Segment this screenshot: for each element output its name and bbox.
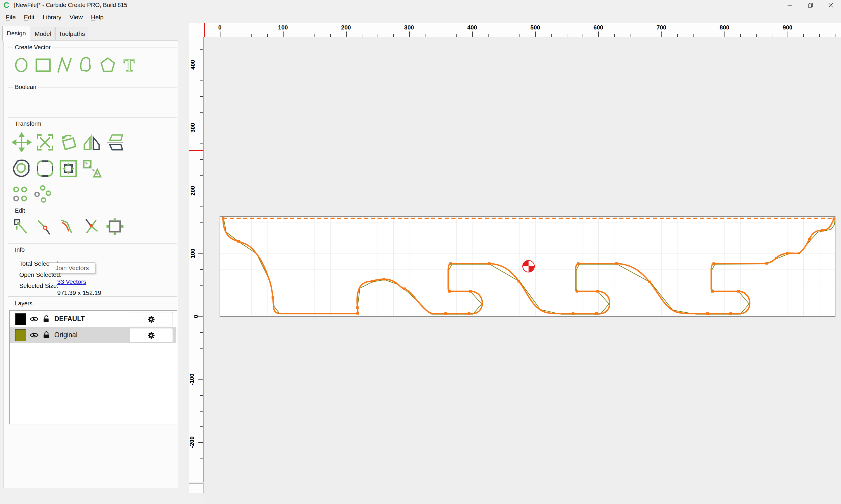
v-ruler-tick — [200, 96, 203, 97]
h-ruler-tick — [409, 32, 410, 37]
layer-row-original[interactable]: Original — [10, 327, 176, 343]
create-polygon-button[interactable] — [99, 55, 117, 75]
vector-node[interactable] — [272, 296, 274, 299]
h-ruler-tick — [772, 34, 772, 37]
menu-item-file[interactable]: File — [2, 14, 20, 21]
node-edit-button[interactable] — [13, 218, 30, 236]
vector-node[interactable] — [444, 312, 447, 315]
layer-color-swatch[interactable] — [15, 329, 26, 341]
layer-color-swatch[interactable] — [15, 313, 26, 325]
vector-node[interactable] — [371, 280, 373, 283]
tab-toolpaths[interactable]: Toolpaths — [55, 27, 88, 41]
h-ruler-tick — [362, 34, 362, 37]
vector-node[interactable] — [786, 252, 788, 255]
close-icon — [827, 2, 834, 8]
vector-node[interactable] — [648, 281, 651, 283]
trim-vectors-button[interactable] — [36, 218, 54, 236]
vector-node[interactable] — [596, 290, 599, 292]
layer-visibility-toggle[interactable] — [29, 331, 39, 341]
menu-item-library[interactable]: Library — [38, 14, 65, 21]
close-button[interactable] — [821, 0, 841, 11]
tab-model[interactable]: Model — [31, 27, 55, 41]
layer-settings-button[interactable] — [130, 328, 173, 342]
menu-item-edit[interactable]: Edit — [20, 14, 38, 21]
vector-node[interactable] — [808, 238, 811, 240]
vector-node[interactable] — [766, 262, 768, 265]
create-circle-button[interactable] — [12, 55, 30, 75]
vector-node[interactable] — [833, 218, 835, 220]
trim-shapes-button[interactable] — [82, 159, 102, 179]
menu-item-help[interactable]: Help — [87, 14, 107, 21]
move-button[interactable] — [12, 132, 32, 152]
h-ruler-tick — [756, 34, 757, 37]
create-vector-label: Create Vector — [13, 44, 53, 51]
layer-lock-toggle[interactable] — [42, 330, 51, 342]
create-polyline-button[interactable] — [55, 55, 73, 75]
vector-node[interactable] — [737, 290, 740, 292]
vector-node[interactable] — [730, 312, 732, 315]
tab-design[interactable]: Design — [2, 26, 30, 41]
distribute-button[interactable] — [33, 185, 51, 203]
vector-node[interactable] — [356, 306, 359, 309]
h-ruler-tick — [236, 34, 236, 37]
create-text-button[interactable]: T — [120, 55, 138, 75]
round-corners-icon — [35, 159, 55, 179]
join-vectors-icon — [83, 218, 101, 236]
vector-node[interactable] — [469, 290, 471, 292]
resize-selection-button[interactable] — [106, 218, 124, 236]
round-corners-button[interactable] — [35, 159, 55, 179]
vector-node[interactable] — [448, 290, 451, 292]
vector-node[interactable] — [468, 312, 470, 315]
layer-row-default[interactable]: DEFAULT — [10, 311, 176, 327]
create-curve-button[interactable] — [77, 55, 95, 75]
vector-node[interactable] — [577, 262, 579, 265]
vector-node[interactable] — [615, 262, 618, 265]
vector-node[interactable] — [403, 288, 406, 290]
vector-node[interactable] — [222, 217, 224, 220]
menu-item-view[interactable]: View — [65, 14, 87, 21]
vector-node[interactable] — [576, 290, 578, 292]
transform-group: Transform — [8, 124, 177, 205]
horizontal-ruler-indicator — [204, 23, 205, 37]
layer-lock-toggle[interactable] — [42, 314, 51, 325]
rotate-icon — [58, 132, 78, 152]
scale-button[interactable] — [35, 132, 55, 152]
layer-settings-button[interactable] — [130, 312, 173, 326]
minimize-button[interactable] — [780, 0, 800, 11]
vector-node[interactable] — [488, 262, 491, 265]
h-ruler-tick — [583, 34, 583, 37]
join-vectors-button[interactable] — [83, 218, 101, 236]
vector-node[interactable] — [237, 240, 240, 243]
inset-button[interactable] — [58, 159, 78, 179]
menu-bar: FileEditLibraryViewHelp — [0, 11, 841, 24]
lock-open-icon — [42, 314, 51, 324]
vector-node[interactable] — [517, 280, 520, 283]
vector-node[interactable] — [572, 312, 574, 315]
vector-node[interactable] — [449, 262, 452, 265]
flip-button[interactable] — [105, 132, 125, 152]
align-button[interactable] — [12, 185, 30, 203]
h-ruler-tick — [803, 34, 804, 37]
curve-fit-button[interactable] — [59, 218, 77, 236]
rotate-button[interactable] — [58, 132, 78, 152]
vector-node[interactable] — [706, 312, 709, 315]
vector-node[interactable] — [595, 312, 598, 315]
vector-node[interactable] — [713, 262, 715, 265]
vector-node[interactable] — [775, 257, 778, 259]
offset-button[interactable] — [12, 159, 32, 179]
trim-vectors-icon — [36, 218, 54, 236]
v-ruler-tick — [200, 427, 203, 427]
v-ruler-tick — [198, 253, 203, 254]
mirror-button[interactable] — [82, 132, 102, 152]
vector-node[interactable] — [821, 229, 823, 232]
create-rectangle-button[interactable] — [34, 55, 52, 75]
vector-node[interactable] — [382, 278, 385, 281]
vector-node[interactable] — [357, 312, 359, 315]
canvas-svg — [204, 37, 841, 504]
restore-button[interactable] — [800, 0, 821, 11]
h-ruler-tick — [724, 32, 725, 37]
design-canvas[interactable] — [204, 37, 841, 504]
vector-node[interactable] — [711, 290, 714, 292]
h-ruler-tick — [567, 34, 567, 37]
layer-visibility-toggle[interactable] — [29, 315, 39, 325]
